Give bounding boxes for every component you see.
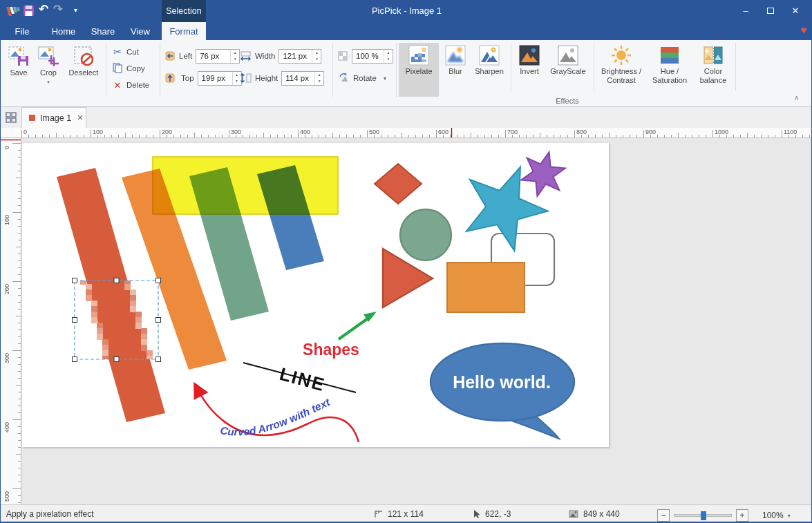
ribbon: Save Crop ▾ Deselect ✂ Cut <box>1 40 812 107</box>
crop-icon <box>37 45 59 67</box>
canvas-drawing: Shapes LINE Curved Arrow with text Hello… <box>22 143 609 447</box>
save-button[interactable]: Save <box>3 43 34 97</box>
ribbon-separator <box>332 43 333 97</box>
tab-layout-grid-icon[interactable] <box>6 112 17 124</box>
checkerboard-icon <box>338 51 348 61</box>
zoom-slider[interactable] <box>674 514 732 517</box>
menu-format-active[interactable]: Format <box>162 22 206 40</box>
width-value: 121 px <box>279 50 312 63</box>
heart-icon[interactable]: ♥ <box>801 24 808 37</box>
zoom-slider-thumb[interactable] <box>701 511 706 520</box>
document-tab-bar: Image 1 ✕ <box>1 107 812 128</box>
zoom-controls: − + 100% ▾ <box>657 509 791 522</box>
vertical-ruler[interactable]: 0100200300400500 <box>1 138 21 504</box>
width-field-row: Width 121 px ▲▼ <box>240 48 321 64</box>
blur-label: Blur <box>449 67 462 75</box>
pixelate-icon <box>408 45 429 66</box>
crop-label: Crop <box>40 68 57 77</box>
top-icon <box>165 73 176 84</box>
svg-text:800: 800 <box>576 129 587 135</box>
effect-button-blur[interactable]: Blur <box>443 43 468 97</box>
maximize-button[interactable] <box>759 0 782 21</box>
collapse-ribbon-icon[interactable]: ∧ <box>794 94 799 102</box>
effect-button-sharpen[interactable]: Sharpen <box>471 43 508 97</box>
vertical-ruler-scale: 0100200300400500 <box>1 138 21 504</box>
effect-button-hue-saturation[interactable]: Hue / Saturation <box>649 43 690 97</box>
bubble-text: Hello world. <box>453 372 551 392</box>
effect-button-pixelate[interactable]: Pixelate <box>399 43 439 97</box>
speech-bubble[interactable]: Hello world. <box>431 343 574 439</box>
line-with-text[interactable]: LINE <box>243 363 356 395</box>
menu-file[interactable]: File <box>9 22 35 40</box>
left-value: 76 px <box>196 50 230 63</box>
grayscale-label: GrayScale <box>550 67 585 75</box>
six-point-star-shape[interactable] <box>518 147 568 202</box>
curved-arrow-with-text[interactable]: Curved Arrow with text <box>197 388 359 442</box>
document-tab-close-icon[interactable]: ✕ <box>77 113 83 122</box>
canvas-image[interactable]: Shapes LINE Curved Arrow with text Hello… <box>22 143 609 447</box>
top-input[interactable]: 199 px ▲▼ <box>198 71 242 86</box>
brightness-contrast-icon <box>611 45 632 66</box>
crop-button[interactable]: Crop ▾ <box>34 43 63 97</box>
selection-size-icon <box>374 509 384 519</box>
window-title: PicPick - Image 1 <box>1 6 812 16</box>
height-spinner[interactable]: ▲▼ <box>314 72 323 85</box>
zoom-input[interactable]: 100 % ▲▼ <box>352 49 393 64</box>
document-tab-label: Image 1 <box>40 113 71 123</box>
ribbon-separator <box>511 43 511 91</box>
width-input[interactable]: 121 px ▲▼ <box>278 49 321 64</box>
width-icon <box>240 50 252 61</box>
horizontal-ruler[interactable]: 010020030040050060070080090010001100 <box>1 128 812 138</box>
height-input[interactable]: 114 px ▲▼ <box>281 71 324 86</box>
deselect-button[interactable]: Deselect <box>64 43 103 97</box>
svg-text:0: 0 <box>23 129 27 135</box>
minimize-button[interactable]: – <box>734 0 757 21</box>
zoom-in-button[interactable]: + <box>736 509 748 522</box>
effect-button-brightness-contrast[interactable]: Brightness / Contrast <box>596 43 646 97</box>
delete-button[interactable]: ✕ Delete <box>111 77 149 93</box>
svg-text:400: 400 <box>300 129 310 135</box>
menu-share[interactable]: Share <box>88 22 118 40</box>
zoom-out-button[interactable]: − <box>657 509 670 522</box>
effect-button-color-balance[interactable]: Color balance <box>693 43 733 97</box>
svg-text:200: 200 <box>3 284 10 294</box>
width-spinner[interactable]: ▲▼ <box>312 50 321 63</box>
zoom-spinner[interactable]: ▲▼ <box>384 50 393 63</box>
zoom-value: 100 % <box>352 50 384 63</box>
ribbon-separator <box>160 43 160 97</box>
save-icon <box>8 45 30 67</box>
svg-text:500: 500 <box>369 129 379 135</box>
left-input[interactable]: 76 px ▲▼ <box>196 49 240 64</box>
svg-text:100: 100 <box>93 129 103 135</box>
circle-shape[interactable] <box>400 209 451 260</box>
svg-text:1000: 1000 <box>715 129 728 135</box>
zoom-level-value[interactable]: 100% <box>762 511 784 520</box>
top-value: 199 px <box>198 72 232 85</box>
cursor-icon <box>473 509 481 519</box>
diamond-shape[interactable] <box>375 164 422 204</box>
shapes-text[interactable]: Shapes <box>303 341 359 359</box>
svg-text:600: 600 <box>438 129 449 135</box>
close-button[interactable]: ✕ <box>784 0 807 21</box>
orange-rect-shape[interactable] <box>447 263 525 312</box>
menu-home[interactable]: Home <box>48 22 79 40</box>
rotate-label: Rotate <box>353 74 377 82</box>
effect-button-invert[interactable]: Invert <box>515 43 544 97</box>
picpick-window: ↶ ↷ ▾ PicPick - Image 1 – ✕ Selection Fi… <box>0 0 812 523</box>
yellow-highlight-rect[interactable] <box>153 157 338 214</box>
color-balance-label: Color balance <box>700 67 727 84</box>
menu-view[interactable]: View <box>126 22 154 40</box>
copy-button[interactable]: Copy <box>111 61 145 76</box>
hue-saturation-icon <box>659 45 680 66</box>
zoom-level-caret-icon[interactable]: ▾ <box>788 513 791 519</box>
svg-text:200: 200 <box>162 129 172 135</box>
left-spinner[interactable]: ▲▼ <box>230 50 239 63</box>
cut-button[interactable]: ✂ Cut <box>111 44 139 59</box>
rotate-button[interactable]: Rotate ▾ <box>338 70 386 86</box>
document-tab-image1[interactable]: Image 1 ✕ <box>21 107 86 128</box>
svg-text:400: 400 <box>3 422 10 432</box>
effect-button-grayscale[interactable]: GrayScale <box>545 43 591 97</box>
green-arrow[interactable] <box>339 312 377 339</box>
invert-label: Invert <box>520 67 539 75</box>
cut-icon: ✂ <box>111 46 124 57</box>
